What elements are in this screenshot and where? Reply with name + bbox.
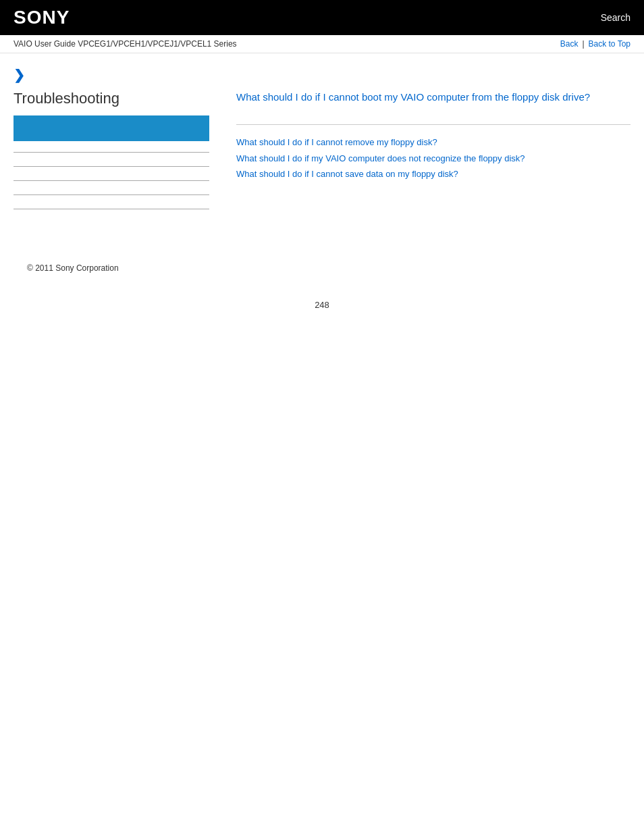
back-to-top-link[interactable]: Back to Top — [589, 39, 630, 49]
sony-logo: SONY — [14, 7, 70, 28]
main-content: ❯ Troubleshooting What should I do if I … — [0, 53, 644, 323]
search-button[interactable]: Search — [601, 12, 630, 23]
sidebar-title: Troubleshooting — [14, 90, 209, 107]
sub-link-1[interactable]: What should I do if I cannot remove my f… — [236, 136, 630, 149]
right-content: What should I do if I cannot boot my VAI… — [236, 90, 630, 223]
nav-links: Back | Back to Top — [560, 39, 630, 49]
sub-link-3[interactable]: What should I do if I cannot save data o… — [236, 167, 630, 181]
sidebar-divider-1 — [14, 152, 209, 153]
page-number: 248 — [14, 300, 630, 310]
nav-separator: | — [582, 39, 584, 49]
breadcrumb-bar: VAIO User Guide VPCEG1/VPCEH1/VPCEJ1/VPC… — [0, 35, 644, 53]
sidebar-highlight-bar — [14, 115, 209, 141]
sub-link-2[interactable]: What should I do if my VAIO computer doe… — [236, 152, 630, 165]
sidebar: Troubleshooting — [14, 90, 209, 223]
sidebar-divider-2 — [14, 166, 209, 167]
two-column-layout: Troubleshooting What should I do if I ca… — [14, 90, 630, 223]
sidebar-divider-5 — [14, 209, 209, 209]
content-divider — [236, 124, 630, 125]
primary-topic-link[interactable]: What should I do if I cannot boot my VAI… — [236, 90, 630, 104]
sub-links-container: What should I do if I cannot remove my f… — [236, 136, 630, 181]
sidebar-divider-3 — [14, 180, 209, 181]
site-header: SONY Search — [0, 0, 644, 35]
breadcrumb: VAIO User Guide VPCEG1/VPCEH1/VPCEJ1/VPC… — [14, 39, 237, 49]
sidebar-divider-4 — [14, 194, 209, 195]
back-link[interactable]: Back — [560, 39, 579, 49]
section-arrow-icon: ❯ — [14, 67, 630, 83]
footer: © 2011 Sony Corporation — [14, 263, 630, 273]
copyright-text: © 2011 Sony Corporation — [27, 263, 119, 273]
